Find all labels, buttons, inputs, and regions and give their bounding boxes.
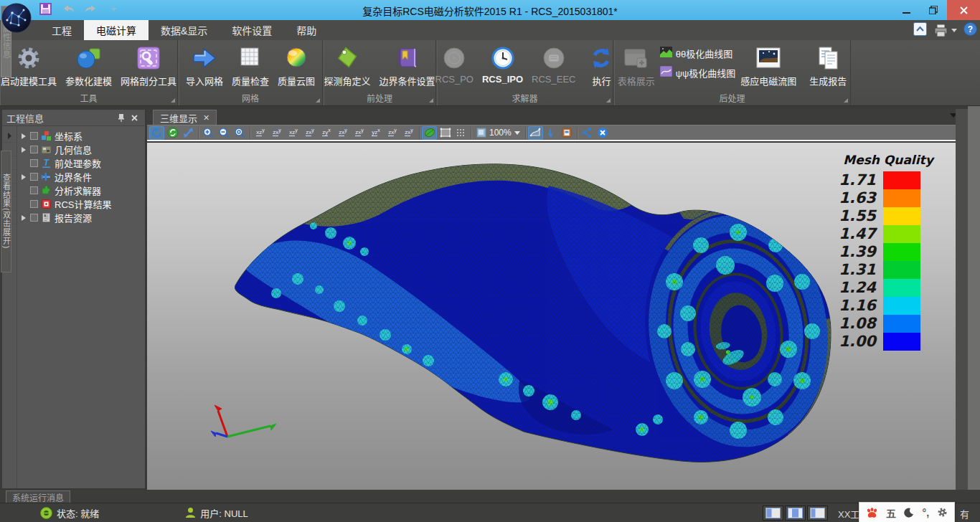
pin-panel-button[interactable] (115, 112, 128, 123)
ribbon-tab-settings[interactable]: 软件设置 (220, 20, 284, 40)
rcs-po-button[interactable]: RCS_PO (432, 42, 477, 86)
rcs-ipo-button[interactable]: RCS_IPO (479, 42, 527, 86)
status-bar: 状态: 就绪 用户: NULL XX工业 有 五 (0, 503, 980, 522)
row-marker-icon (7, 133, 12, 139)
copy-image-button[interactable] (560, 126, 575, 140)
ribbon-tab-data-display[interactable]: 数据&显示 (149, 20, 220, 40)
ime-punctuation-mode[interactable]: °, (923, 507, 930, 518)
refresh-view-button[interactable] (165, 126, 180, 140)
side-tab-view-results[interactable]: 查看结果(双击展开) (1, 151, 11, 272)
tree-item-coordinate-system[interactable]: 坐标系 (17, 129, 145, 143)
tree-item-boundary-conditions[interactable]: 边界条件 (17, 170, 145, 184)
view-preset-button-7[interactable]: zxy (352, 126, 367, 140)
group-dialog-launcher[interactable] (171, 98, 175, 103)
tree-item-geometry-info[interactable]: 几何信息 (17, 143, 145, 156)
window-title: 复杂目标RCS电磁分析软件2015 R1 - RCS_2015031801* (0, 4, 980, 18)
rcs-eec-button[interactable]: RCS_EEC (528, 42, 579, 86)
pan-view-button[interactable] (181, 126, 196, 140)
view-preset-button-5[interactable]: zyx (319, 126, 334, 140)
viewport-3d[interactable]: Mesh Quality 1.71 1.63 1.55 1.47 1.39 1.… (147, 143, 956, 490)
mesh-partition-tool-button[interactable]: 网格剖分工具 (117, 42, 180, 89)
ime-moon-icon[interactable] (904, 508, 914, 518)
quality-cloud-button[interactable]: 质量云图 (274, 42, 319, 89)
restore-button[interactable] (920, 0, 947, 20)
minimize-button[interactable] (892, 0, 920, 20)
probe-angle-define-button[interactable]: 探测角定义 (320, 42, 374, 89)
ribbon-tab-project[interactable]: 工程 (39, 20, 84, 40)
ime-wubi-mode[interactable]: 五 (886, 506, 896, 520)
generate-report-button[interactable]: 生成报告 (806, 42, 850, 89)
view-preset-button-9[interactable]: zxy (385, 126, 400, 140)
wireframe-view-button[interactable] (438, 126, 453, 140)
checkbox[interactable] (30, 200, 38, 208)
checkbox[interactable] (30, 186, 38, 194)
import-mesh-button[interactable]: 导入网格 (182, 42, 227, 89)
view-preset-button-4[interactable]: zxy (302, 126, 318, 140)
close-button[interactable] (947, 0, 980, 20)
expand-arrow-icon[interactable] (20, 147, 27, 153)
collapse-ribbon-button[interactable] (913, 22, 927, 39)
induced-current-map-button[interactable]: 感应电磁流图 (737, 42, 800, 89)
view-preset-button-10[interactable]: zxy (401, 126, 417, 140)
tree-item-preprocess-params[interactable]: T 前处理参数 (17, 156, 145, 170)
clock-icon (490, 44, 516, 72)
restore-icon (929, 6, 938, 14)
theta-polarization-curve-button[interactable]: θθ极化曲线图 (660, 47, 736, 60)
checkbox[interactable] (30, 159, 38, 167)
layout-left-panel-button[interactable] (763, 506, 783, 521)
expand-arrow-icon[interactable] (20, 174, 27, 180)
checkbox[interactable] (30, 214, 38, 222)
quality-check-button[interactable]: 质量检查 (228, 42, 273, 89)
expand-arrow-icon[interactable] (20, 215, 27, 221)
tab-3d-display[interactable]: 三维显示 ✕ (153, 110, 217, 125)
group-label-preprocess: 前处理 (367, 94, 392, 104)
view-preset-button-1[interactable]: xzy (253, 126, 268, 140)
view-preset-button-3[interactable]: xzy (286, 126, 301, 140)
ime-toolbar: 五 °, (859, 502, 955, 522)
layout-right-panel-button[interactable] (807, 506, 828, 521)
surface-select-button[interactable] (528, 126, 543, 140)
group-dialog-launcher[interactable] (606, 98, 611, 103)
tree-item-report-resources[interactable]: 报告资源 (17, 211, 145, 224)
psi-polarization-curve-button[interactable]: ψψ极化曲线图 (660, 66, 736, 80)
print-preview-button[interactable] (933, 24, 957, 38)
points-view-button[interactable] (453, 126, 468, 140)
zoom-out-icon (218, 127, 230, 139)
tree-item-analysis-solver[interactable]: 分析求解器 (17, 184, 145, 197)
parametric-modeling-button[interactable]: 参数化建模 (62, 42, 116, 89)
help-button[interactable]: ? (963, 22, 977, 39)
expand-arrow-icon[interactable] (20, 133, 27, 139)
checkbox[interactable] (30, 146, 38, 153)
zoom-in-button[interactable] (201, 126, 216, 140)
close-panel-button[interactable] (128, 112, 141, 123)
share-view-button[interactable] (580, 126, 595, 140)
execute-button[interactable]: 执行 (585, 42, 618, 89)
cancel-button[interactable] (595, 126, 611, 140)
zoom-out-button[interactable] (217, 126, 232, 140)
group-dialog-launcher[interactable] (844, 98, 848, 103)
group-dialog-launcher[interactable] (316, 98, 320, 103)
shaded-view-button[interactable] (422, 126, 437, 140)
ribbon-tab-em-computation[interactable]: 电磁计算 (84, 20, 149, 40)
checkbox[interactable] (30, 132, 38, 140)
zoom-fit-button[interactable] (232, 126, 248, 140)
ime-settings-gear-icon[interactable] (937, 507, 948, 518)
ime-logo-paw-icon[interactable] (866, 507, 878, 518)
boundary-condition-button[interactable]: 边界条件设置 (376, 42, 439, 89)
app-logo[interactable] (1, 3, 32, 33)
view-preset-button-6[interactable]: zxy (335, 126, 351, 140)
view-preset-button-8[interactable]: yzx (368, 126, 384, 140)
zoom-level-combo[interactable]: 100% (473, 126, 523, 140)
rotate-view-button[interactable] (149, 126, 164, 140)
download-view-button[interactable] (544, 126, 559, 140)
checkbox[interactable] (30, 173, 38, 181)
table-display-button[interactable]: 表格展示 (614, 42, 659, 89)
tree-item-rcs-results[interactable]: RCS计算结果 (17, 197, 145, 211)
ribbon-tab-help[interactable]: 帮助 (284, 20, 329, 40)
layout-center-panel-button[interactable] (785, 506, 806, 521)
system-message-tab[interactable]: 系统运行消息 (6, 490, 70, 503)
chevron-down-icon (951, 29, 957, 33)
group-dialog-launcher[interactable] (429, 98, 433, 103)
view-preset-button-2[interactable]: zxy (269, 126, 285, 140)
tab-close-icon[interactable]: ✕ (203, 113, 209, 123)
